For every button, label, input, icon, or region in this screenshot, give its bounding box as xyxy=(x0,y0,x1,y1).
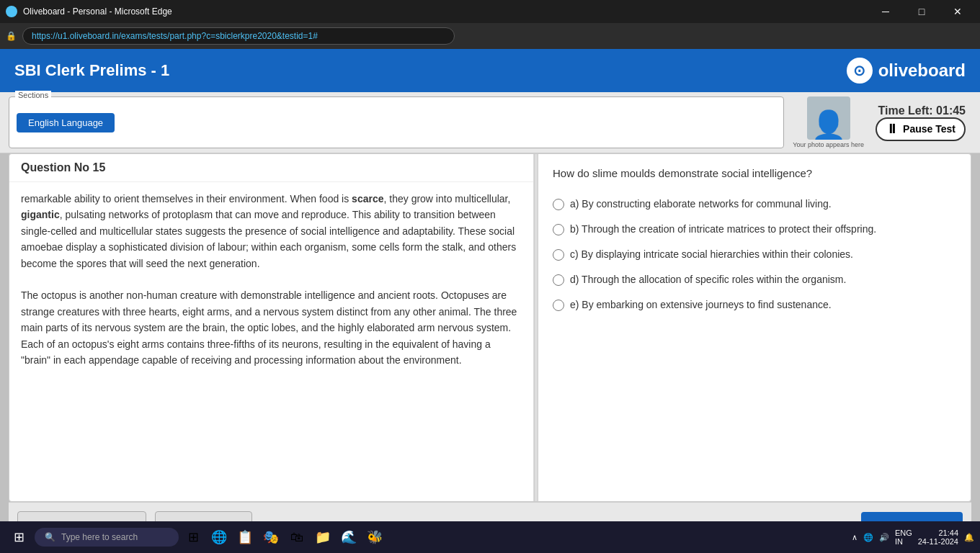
avatar-icon: 👤 xyxy=(811,111,847,140)
option-c[interactable]: c) By displaying intricate social hierar… xyxy=(553,247,956,262)
taskbar: ⊞ 🔍 Type here to search ⊞ 🌐 📋 🎭 🛍 📁 🌊 🐝 … xyxy=(0,521,980,553)
window-controls: ─ □ ✕ xyxy=(869,0,974,23)
app-icon[interactable]: 🐝 xyxy=(363,526,386,549)
speaker-icon: 🔊 xyxy=(879,533,889,542)
url-input[interactable]: https://u1.oliveboard.in/exams/tests/par… xyxy=(22,27,455,45)
sections-box: Sections English Language xyxy=(9,96,784,148)
question-text[interactable]: remarkable ability to orient themselves … xyxy=(9,182,533,501)
taskbar-time: 21:44 24-11-2024 xyxy=(918,529,958,546)
address-bar: 🔒 https://u1.oliveboard.in/exams/tests/p… xyxy=(0,23,980,49)
browser-title: Oliveboard - Personal - Microsoft Edge xyxy=(23,6,172,17)
avatar: 👤 xyxy=(807,96,850,140)
notification-icon[interactable]: 🔔 xyxy=(964,533,974,542)
app-header: SBI Clerk Prelims - 1 ⊙ oliveboard xyxy=(0,49,980,92)
bold-gigantic: gigantic xyxy=(21,209,60,220)
lock-icon: 🔒 xyxy=(6,31,17,41)
search-placeholder: Type here to search xyxy=(61,532,138,542)
option-a-label: a) By constructing elaborate networks fo… xyxy=(570,197,832,212)
time-left-label: Time Left: xyxy=(878,104,932,117)
browser2-icon[interactable]: 🌊 xyxy=(337,526,360,549)
radio-c[interactable] xyxy=(553,249,564,261)
english-language-tab[interactable]: English Language xyxy=(17,113,115,132)
pause-button[interactable]: ⏸ Pause Test xyxy=(876,117,966,141)
option-d-label: d) Through the allocation of specific ro… xyxy=(570,272,846,287)
app-title: SBI Clerk Prelims - 1 xyxy=(14,61,169,80)
taskbar-right: ∧ 🌐 🔊 ENGIN 21:44 24-11-2024 🔔 xyxy=(852,529,974,546)
answer-area: How do slime moulds demonstrate social i… xyxy=(538,154,971,501)
radio-d[interactable] xyxy=(553,274,564,286)
timer-area: Time Left: 01:45 ⏸ Pause Test xyxy=(876,104,966,141)
date-display: 24-11-2024 xyxy=(918,537,958,546)
network-icon: 🌐 xyxy=(863,533,873,542)
option-e-label: e) By embarking on extensive journeys to… xyxy=(570,297,832,313)
time-display: 21:44 xyxy=(918,529,958,537)
taskbar-chevron[interactable]: ∧ xyxy=(852,533,858,542)
option-e[interactable]: e) By embarking on extensive journeys to… xyxy=(553,297,956,313)
radio-e[interactable] xyxy=(553,300,564,311)
close-button[interactable]: ✕ xyxy=(941,0,974,23)
logo-area: ⊙ oliveboard xyxy=(847,58,966,84)
maximize-button[interactable]: □ xyxy=(905,0,938,23)
avatar-area: 👤 Your photo appears here xyxy=(793,96,864,148)
question-number: Question No 15 xyxy=(21,161,105,174)
taskbar-search-bar[interactable]: 🔍 Type here to search xyxy=(35,528,179,547)
edge-icon[interactable]: 🌐 xyxy=(208,526,231,549)
option-a[interactable]: a) By constructing elaborate networks fo… xyxy=(553,197,956,212)
radio-a[interactable] xyxy=(553,199,564,210)
search-icon: 🔍 xyxy=(45,532,55,542)
radio-b[interactable] xyxy=(553,224,564,235)
pause-icon: ⏸ xyxy=(886,122,899,137)
task-view-icon[interactable]: ⊞ xyxy=(182,526,205,549)
option-b-label: b) Through the creation of intricate mat… xyxy=(570,222,876,237)
sections-label: Sections xyxy=(15,91,51,99)
bold-scarce: scarce xyxy=(352,193,383,204)
time-left: Time Left: 01:45 xyxy=(876,104,966,117)
passage-para1: remarkable ability to orient themselves … xyxy=(21,191,522,271)
option-d[interactable]: d) Through the allocation of specific ro… xyxy=(553,272,956,287)
passage-para2: The octopus is another non-human creatur… xyxy=(21,287,522,368)
answer-question: How do slime moulds demonstrate social i… xyxy=(553,166,956,182)
main-content: Question No 15 remarkable ability to ori… xyxy=(9,153,971,502)
question-area: Question No 15 remarkable ability to ori… xyxy=(9,154,534,501)
option-b[interactable]: b) Through the creation of intricate mat… xyxy=(553,222,956,237)
browser-icon xyxy=(6,6,17,17)
clipboard-icon[interactable]: 📋 xyxy=(233,526,257,549)
browser-title-bar: Oliveboard - Personal - Microsoft Edge ─… xyxy=(0,0,980,23)
minimize-button[interactable]: ─ xyxy=(869,0,902,23)
start-button[interactable]: ⊞ xyxy=(6,524,32,550)
office-icon[interactable]: 🎭 xyxy=(259,526,282,549)
question-header: Question No 15 xyxy=(9,154,533,182)
store-icon[interactable]: 🛍 xyxy=(285,526,308,549)
pause-label: Pause Test xyxy=(903,123,956,135)
top-area: Sections English Language 👤 Your photo a… xyxy=(0,92,980,153)
logo-icon: ⊙ xyxy=(847,58,873,84)
avatar-label: Your photo appears here xyxy=(793,141,864,148)
header-right: 👤 Your photo appears here Time Left: 01:… xyxy=(793,96,971,148)
logo-text: oliveboard xyxy=(878,60,966,81)
explorer-icon[interactable]: 📁 xyxy=(311,526,334,549)
option-c-label: c) By displaying intricate social hierar… xyxy=(570,247,853,262)
lang-indicator: ENGIN xyxy=(895,529,912,546)
time-left-value: 01:45 xyxy=(936,104,966,117)
